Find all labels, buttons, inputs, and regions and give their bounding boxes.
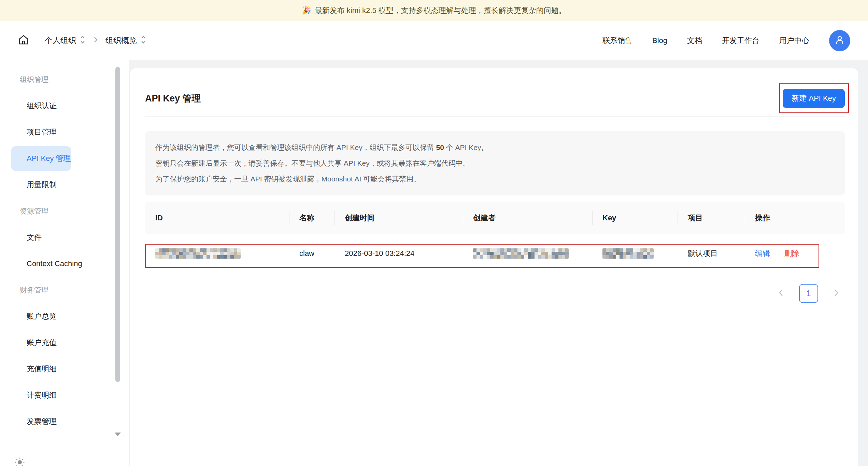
- chevron-right-icon: [833, 288, 840, 299]
- prev-page-button[interactable]: [777, 289, 785, 298]
- breadcrumb-separator-icon: [93, 36, 98, 45]
- updown-chevron-icon: [80, 35, 86, 47]
- cell-name: claw: [289, 249, 335, 258]
- col-header-name: 名称: [289, 213, 335, 223]
- page-number-button[interactable]: 1: [799, 284, 818, 303]
- edit-link[interactable]: 编辑: [755, 248, 770, 259]
- cell-created-at: 2026-03-10 03:24:24: [335, 249, 463, 258]
- theme-toggle-button[interactable]: [15, 457, 25, 466]
- max-key-count: 50: [436, 143, 444, 151]
- header-divider: [37, 36, 37, 46]
- col-header-actions: 操作: [745, 213, 845, 223]
- delete-link[interactable]: 删除: [784, 248, 799, 259]
- title-divider: [145, 116, 845, 116]
- nav-blog[interactable]: Blog: [652, 36, 667, 45]
- breadcrumb-org-label: 个人组织: [45, 35, 76, 46]
- person-icon: [834, 35, 845, 47]
- sidebar-item-context-caching[interactable]: Context Caching: [11, 251, 82, 276]
- sidebar: 组织管理 组织认证 项目管理 API Key 管理 用量限制 资源管理 文件 C…: [0, 60, 129, 466]
- sidebar-item-usage-limit[interactable]: 用量限制: [11, 173, 57, 197]
- sidebar-section-finance: 财务管理: [0, 285, 48, 295]
- nav-dev-workbench[interactable]: 开发工作台: [722, 36, 759, 46]
- new-api-key-button[interactable]: 新建 API Key: [783, 89, 845, 108]
- notice-line-1: 作为该组织的管理者，您可以查看和管理该组织中的所有 API Key，组织下最多可…: [155, 140, 835, 155]
- sidebar-item-recharge-details[interactable]: 充值明细: [11, 357, 57, 381]
- sidebar-item-files[interactable]: 文件: [11, 225, 42, 250]
- table-row: claw 2026-03-10 03:24:24 默认项目 编辑 删除: [145, 234, 845, 273]
- app-window: 🎉 最新发布 kimi k2.5 模型，支持多模态理解与处理，擅长解决更复杂的问…: [0, 0, 868, 466]
- user-avatar[interactable]: [829, 30, 850, 51]
- next-page-button[interactable]: [832, 289, 841, 298]
- redacted-creator-value: [473, 248, 569, 259]
- main-area: API Key 管理 新建 API Key 作为该组织的管理者，您可以查看和管理…: [129, 60, 868, 466]
- nav-user-center[interactable]: 用户中心: [779, 36, 809, 46]
- sidebar-item-billing-details[interactable]: 计费明细: [11, 383, 57, 408]
- scroll-down-indicator-icon[interactable]: [115, 433, 121, 436]
- notice-box: 作为该组织的管理者，您可以查看和管理该组织中的所有 API Key，组织下最多可…: [145, 131, 845, 195]
- chevron-left-icon: [777, 288, 785, 299]
- announcement-banner: 🎉 最新发布 kimi k2.5 模型，支持多模态理解与处理，擅长解决更复杂的问…: [0, 0, 868, 21]
- cell-project: 默认项目: [678, 248, 745, 259]
- nav-contact-sales[interactable]: 联系销售: [602, 36, 632, 46]
- home-button[interactable]: [18, 34, 29, 47]
- col-header-creator: 创建者: [463, 213, 592, 223]
- page-title: API Key 管理: [145, 92, 201, 105]
- sidebar-section-org: 组织管理: [0, 75, 48, 84]
- pagination: 1: [145, 284, 845, 303]
- announcement-text: 最新发布 kimi k2.5 模型，支持多模态理解与处理，擅长解决更复杂的问题。: [315, 5, 566, 16]
- updown-chevron-icon: [140, 35, 146, 47]
- breadcrumb-org-selector[interactable]: 个人组织: [45, 35, 86, 47]
- sidebar-item-account-recharge[interactable]: 账户充值: [11, 330, 57, 355]
- col-header-project: 项目: [678, 213, 745, 223]
- top-header: 个人组织 组织概览 联系销售 Blog 文档 开发工作台 用户中心: [0, 21, 868, 60]
- col-header-id: ID: [145, 214, 289, 222]
- content-card: API Key 管理 新建 API Key 作为该组织的管理者，您可以查看和管理…: [130, 68, 858, 466]
- redacted-id-value: [155, 248, 241, 259]
- sidebar-item-invoice-mgmt[interactable]: 发票管理: [11, 409, 57, 434]
- sidebar-item-api-key-mgmt[interactable]: API Key 管理: [11, 146, 71, 171]
- sidebar-footer-divider: [10, 439, 111, 439]
- sidebar-item-project-mgmt[interactable]: 项目管理: [11, 120, 57, 145]
- sidebar-item-account-overview[interactable]: 账户总览: [11, 304, 57, 329]
- party-popper-icon: 🎉: [302, 6, 311, 15]
- sun-icon: [15, 463, 25, 466]
- breadcrumb-page-label: 组织概览: [105, 35, 137, 46]
- breadcrumb-page-selector[interactable]: 组织概览: [105, 35, 146, 47]
- sidebar-scrollbar-thumb[interactable]: [115, 67, 120, 382]
- notice-line-2: 密钥只会在新建后显示一次，请妥善保存。不要与他人共享 API Key，或将其暴露…: [155, 155, 835, 171]
- notice-line-3: 为了保护您的账户安全，一旦 API 密钥被发现泄露，Moonshot AI 可能…: [155, 171, 835, 187]
- sidebar-section-resource: 资源管理: [0, 206, 48, 216]
- nav-docs[interactable]: 文档: [687, 36, 702, 46]
- col-header-created-at: 创建时间: [335, 213, 463, 223]
- col-header-key: Key: [592, 214, 678, 222]
- sidebar-item-org-auth[interactable]: 组织认证: [11, 94, 57, 118]
- home-icon: [18, 34, 29, 47]
- redacted-key-value: [602, 248, 654, 259]
- api-key-table: ID 名称 创建时间 创建者 Key 项目 操作 claw 2026-03-10…: [145, 202, 845, 273]
- table-header-row: ID 名称 创建时间 创建者 Key 项目 操作: [145, 202, 845, 234]
